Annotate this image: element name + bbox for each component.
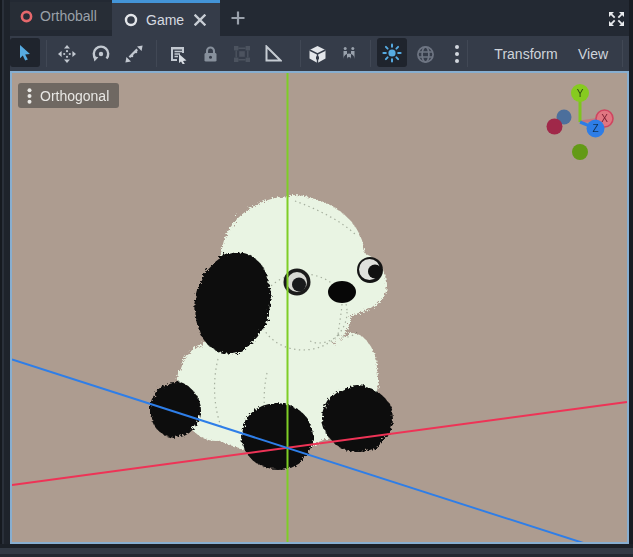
select-arrow-icon — [17, 44, 33, 61]
close-tab-icon[interactable] — [194, 14, 206, 26]
rotate-icon — [91, 44, 111, 64]
scene-tab-bar: Orthoball Game — [10, 0, 633, 36]
preview-sunlight-toggle[interactable] — [377, 38, 407, 67]
local-space-toggle[interactable] — [307, 44, 327, 64]
toolbar-separator — [46, 40, 47, 67]
tool-group-button[interactable] — [232, 44, 252, 64]
scene-tab-game-label: Game — [146, 12, 184, 28]
kebab-menu-icon — [454, 44, 460, 64]
distraction-free-mode-button[interactable] — [607, 9, 626, 28]
tool-move-button[interactable] — [57, 44, 77, 64]
tool-ruler-button[interactable] — [263, 44, 283, 64]
gizmo-z-ball[interactable]: Z — [587, 120, 605, 138]
view-menu-button[interactable]: View — [569, 36, 617, 71]
editor-right-edge — [629, 0, 633, 544]
list-select-icon — [169, 45, 188, 64]
tool-scale-button[interactable] — [124, 44, 144, 64]
cube-icon — [308, 45, 327, 64]
plus-icon — [230, 10, 246, 26]
toolbar-separator — [622, 40, 623, 67]
preview-environment-toggle[interactable] — [415, 44, 435, 64]
lock-icon — [202, 45, 219, 63]
scene-render: X Y Z — [12, 73, 627, 542]
new-scene-tab-button[interactable] — [222, 4, 254, 32]
projection-menu-button[interactable]: Orthogonal — [18, 83, 119, 108]
sun-icon — [382, 43, 402, 63]
sun-environment-options-button[interactable] — [447, 44, 467, 64]
group-icon — [233, 45, 251, 63]
magnet-icon — [340, 45, 358, 63]
plush-dog-nose — [328, 281, 356, 303]
projection-label: Orthogonal — [40, 88, 109, 104]
godot-editor-window: Orthoball Game — [0, 0, 633, 557]
scene-tab-orthoball[interactable]: Orthoball — [10, 2, 112, 30]
tool-select-button[interactable] — [10, 38, 40, 67]
viewport-toolbar: Transform View — [10, 36, 633, 71]
svg-text:Y: Y — [577, 88, 584, 99]
expand-arrows-icon — [608, 11, 625, 27]
svg-text:X: X — [601, 113, 608, 124]
gizmo-neg-x-ball[interactable] — [547, 119, 563, 135]
tool-rotate-button[interactable] — [91, 44, 111, 64]
view-gizmo[interactable]: X Y Z — [547, 84, 614, 160]
toolbar-separator — [300, 40, 301, 67]
scene-tab-orthoball-label: Orthoball — [40, 8, 97, 24]
tool-list-select-button[interactable] — [168, 44, 188, 64]
snap-toggle[interactable] — [339, 44, 359, 64]
toolbar-separator — [156, 40, 157, 67]
toolbar-separator — [467, 40, 468, 67]
gizmo-neg-y-ball[interactable] — [572, 144, 588, 160]
scene-tab-game[interactable]: Game — [112, 0, 220, 36]
scene-icon-orthoball — [20, 10, 33, 23]
scale-icon — [124, 44, 144, 64]
kebab-menu-icon — [27, 88, 32, 104]
transform-menu-button[interactable]: Transform — [485, 36, 567, 71]
move-icon — [57, 44, 77, 64]
plush-dog-right-eye — [357, 257, 383, 283]
globe-icon — [416, 45, 435, 64]
scene-icon-game — [124, 13, 138, 27]
editor-left-edge-inner — [4, 0, 10, 544]
tool-lock-button[interactable] — [200, 44, 220, 64]
ruler-icon — [264, 45, 282, 63]
gizmo-y-ball[interactable]: Y — [571, 84, 589, 102]
toolbar-separator — [370, 40, 371, 67]
viewport-3d[interactable]: X Y Z Orthogonal — [10, 71, 629, 544]
svg-text:Z: Z — [592, 123, 598, 134]
